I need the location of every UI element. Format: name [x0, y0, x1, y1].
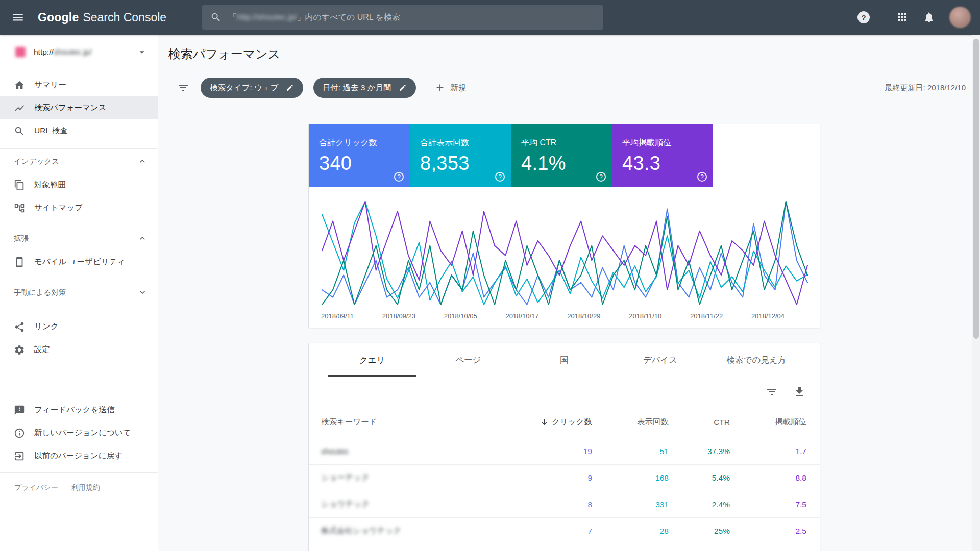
- sidebar-item-settings[interactable]: 設定: [0, 338, 158, 361]
- app-logo[interactable]: Google Search Console: [38, 11, 166, 24]
- x-tick: 2018/10/17: [506, 312, 539, 320]
- section-label: インデックス: [14, 157, 59, 166]
- sidebar-item-sitemaps[interactable]: サイトマップ: [0, 196, 158, 219]
- chart-x-axis-labels: 2018/09/11 2018/09/23 2018/10/05 2018/10…: [321, 312, 785, 320]
- tab-queries[interactable]: クエリ: [324, 343, 420, 377]
- metric-card-total-impressions[interactable]: 合計表示回数 8,353 ?: [410, 124, 511, 187]
- search-type-chip[interactable]: 検索タイプ: ウェブ: [201, 78, 303, 98]
- tab-search-appearance[interactable]: 検索での見え方: [708, 343, 804, 377]
- column-header-clicks[interactable]: クリック数: [540, 417, 592, 428]
- x-tick: 2018/11/10: [629, 312, 662, 320]
- divider: [0, 311, 158, 311]
- table-toolbar: [309, 377, 820, 407]
- metric-card-average-ctr[interactable]: 平均 CTR 4.1% ?: [511, 124, 612, 187]
- help-icon[interactable]: ?: [857, 11, 870, 23]
- filter-bar: 検索タイプ: ウェブ 日付: 過去 3 か月間 新規 最終更新日: 2018/1…: [177, 78, 966, 98]
- new-filter-button[interactable]: 新規: [434, 82, 467, 93]
- performance-line-chart[interactable]: [319, 198, 811, 308]
- links-icon: [14, 321, 25, 333]
- terms-link[interactable]: 利用規約: [71, 483, 100, 492]
- date-filter-chip[interactable]: 日付: 過去 3 か月間: [313, 78, 416, 98]
- download-icon[interactable]: [793, 386, 805, 398]
- search-placeholder-suffix: 」内のすべての URL を検索: [297, 13, 400, 21]
- impressions-cell: 168: [655, 473, 669, 483]
- tab-countries[interactable]: 国: [516, 343, 612, 377]
- header-actions: ?: [857, 0, 971, 35]
- help-icon[interactable]: ?: [697, 172, 707, 182]
- site-favicon: [15, 47, 26, 57]
- clicks-cell: 9: [587, 473, 592, 483]
- x-tick: 2018/10/05: [444, 312, 477, 320]
- table-row[interactable]: ショーテック 9 168 5.4% 8.8: [309, 465, 820, 491]
- metric-card-average-position[interactable]: 平均掲載順位 43.3 ?: [612, 124, 713, 187]
- chevron-down-icon: [137, 287, 148, 297]
- dropdown-arrow-icon: [136, 46, 148, 58]
- filter-icon[interactable]: [177, 82, 189, 94]
- x-tick: 2018/11/22: [690, 312, 723, 320]
- page-scrollbar[interactable]: [972, 35, 980, 551]
- chip-label: 検索タイプ: ウェブ: [210, 83, 279, 93]
- query-cell: 株式会社ショウテック: [321, 525, 516, 536]
- query-cell: shoutec: [321, 447, 516, 456]
- sidebar-section-enhancements[interactable]: 拡張: [0, 226, 158, 251]
- scrollbar-thumb[interactable]: [973, 39, 979, 339]
- search-placeholder: 「http://shoutec.jp/」内のすべての URL を検索: [229, 12, 400, 23]
- column-header-clicks-label: クリック数: [552, 417, 592, 428]
- sidebar-item-coverage[interactable]: 対象範囲: [0, 173, 158, 196]
- edit-pencil-icon: [286, 84, 294, 92]
- sidebar: http://shoutec.jp/ サマリー 検索パフォーマンス URL 検査…: [0, 35, 158, 551]
- sidebar-item-label: サイトマップ: [34, 203, 83, 213]
- sidebar-item-mobile-usability[interactable]: モバイル ユーザビリティ: [0, 251, 158, 273]
- notifications-bell-icon[interactable]: [923, 11, 935, 23]
- sidebar-item-links[interactable]: リンク: [0, 315, 158, 338]
- smartphone-icon: [14, 257, 25, 268]
- sidebar-item-label: サマリー: [34, 80, 66, 90]
- impressions-cell: 51: [660, 447, 669, 456]
- avatar[interactable]: [949, 7, 971, 28]
- column-header-query[interactable]: 検索キーワード: [321, 417, 516, 428]
- table-row[interactable]: ショウテック 8 331 2.4% 7.5: [309, 491, 820, 518]
- sidebar-item-url-inspection[interactable]: URL 検査: [0, 119, 158, 142]
- x-tick: 2018/12/04: [751, 312, 785, 320]
- ctr-cell: 25%: [714, 527, 730, 536]
- sidebar-item-performance[interactable]: 検索パフォーマンス: [0, 96, 158, 119]
- table-row[interactable]: 株式会社ショウテック 7 28 25% 2.5: [309, 518, 820, 544]
- hamburger-menu-button[interactable]: [0, 11, 36, 24]
- table-row[interactable]: shoutec 19 51 37.3% 1.7: [309, 438, 820, 465]
- apps-grid-icon[interactable]: [896, 11, 909, 23]
- help-icon[interactable]: ?: [596, 172, 606, 182]
- search-icon: [210, 12, 222, 23]
- help-icon[interactable]: ?: [495, 172, 505, 182]
- sidebar-item-about-new-version[interactable]: 新しいバージョンについて: [0, 421, 158, 444]
- sitemap-icon: [14, 203, 25, 214]
- sidebar-item-label: 新しいバージョンについて: [34, 428, 131, 438]
- sidebar-section-index[interactable]: インデックス: [0, 149, 158, 173]
- metric-card-total-clicks[interactable]: 合計クリック数 340 ?: [309, 124, 410, 187]
- impressions-cell: 28: [660, 527, 669, 536]
- x-tick: 2018/10/29: [567, 312, 600, 320]
- sidebar-section-manual-actions[interactable]: 手動による対策: [0, 280, 158, 305]
- sidebar-item-label: モバイル ユーザビリティ: [34, 257, 125, 267]
- table-filter-icon[interactable]: [766, 386, 778, 398]
- property-url-prefix: http://: [34, 47, 54, 56]
- feedback-icon: [14, 405, 25, 416]
- column-header-ctr[interactable]: CTR: [714, 418, 730, 427]
- tab-devices[interactable]: デバイス: [612, 343, 708, 377]
- metric-label: 合計クリック数: [319, 138, 410, 148]
- page-title: 検索パフォーマンス: [159, 35, 980, 62]
- query-cell: ショーテック: [321, 472, 516, 483]
- tab-pages[interactable]: ページ: [420, 343, 516, 377]
- url-search-input[interactable]: 「http://shoutec.jp/」内のすべての URL を検索: [202, 5, 603, 30]
- sidebar-item-back-to-old-version[interactable]: 以前のバージョンに戻す: [0, 444, 158, 467]
- column-header-impressions[interactable]: 表示回数: [637, 417, 669, 428]
- privacy-link[interactable]: プライバシー: [14, 483, 58, 492]
- position-cell: 8.8: [795, 473, 806, 483]
- x-tick: 2018/09/11: [321, 312, 354, 320]
- sidebar-item-overview[interactable]: サマリー: [0, 73, 158, 96]
- property-selector[interactable]: http://shoutec.jp/: [0, 35, 158, 69]
- column-header-position[interactable]: 掲載順位: [775, 417, 806, 428]
- sort-arrow-down-icon: [540, 418, 549, 427]
- metric-label: 平均 CTR: [521, 138, 612, 148]
- help-icon[interactable]: ?: [394, 172, 404, 182]
- sidebar-item-send-feedback[interactable]: フィードバックを送信: [0, 398, 158, 421]
